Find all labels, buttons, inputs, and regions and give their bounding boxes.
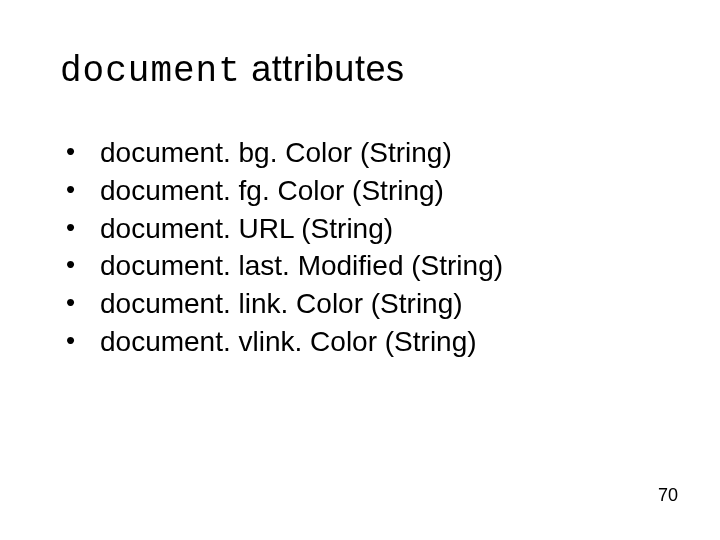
list-item-text: document. URL (String) [100,210,660,248]
list-item-text: document. link. Color (String) [100,285,660,323]
page-number: 70 [658,485,678,506]
bullet-icon: • [66,285,100,320]
list-item-text: document. last. Modified (String) [100,247,660,285]
bullet-icon: • [66,210,100,245]
list-item-text: document. bg. Color (String) [100,134,660,172]
list-item: • document. URL (String) [66,210,660,248]
bullet-icon: • [66,134,100,169]
bullet-icon: • [66,323,100,358]
list-item-text: document. vlink. Color (String) [100,323,660,361]
bullet-icon: • [66,247,100,282]
slide: document attributes • document. bg. Colo… [0,0,720,540]
attribute-list: • document. bg. Color (String) • documen… [60,134,660,361]
list-item: • document. last. Modified (String) [66,247,660,285]
list-item: • document. fg. Color (String) [66,172,660,210]
list-item: • document. link. Color (String) [66,285,660,323]
bullet-icon: • [66,172,100,207]
title-code: document [60,51,241,92]
title-rest: attributes [241,48,405,89]
list-item: • document. bg. Color (String) [66,134,660,172]
slide-title: document attributes [60,48,660,92]
list-item: • document. vlink. Color (String) [66,323,660,361]
list-item-text: document. fg. Color (String) [100,172,660,210]
